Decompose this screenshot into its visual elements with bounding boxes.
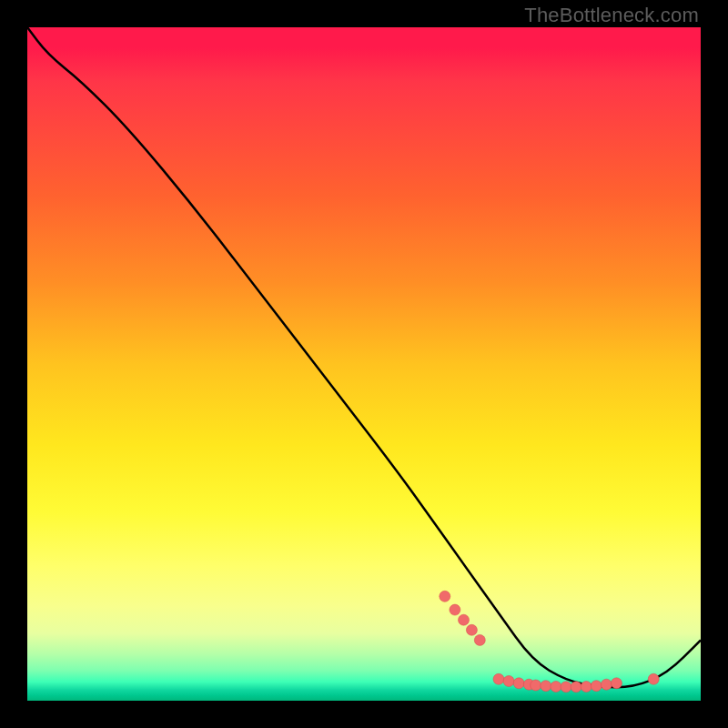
data-dot bbox=[459, 614, 470, 625]
data-dot bbox=[581, 682, 592, 693]
chart-container: TheBottleneck.com bbox=[0, 0, 728, 728]
data-dot bbox=[591, 681, 602, 692]
data-dot bbox=[493, 673, 504, 684]
data-dot bbox=[440, 591, 450, 602]
data-dot bbox=[541, 681, 551, 692]
curve-line bbox=[27, 27, 701, 687]
data-dot bbox=[450, 604, 460, 615]
data-dot bbox=[466, 624, 477, 635]
data-dot bbox=[474, 634, 485, 645]
data-dot bbox=[601, 679, 612, 690]
data-dot bbox=[612, 678, 622, 689]
chart-overlay bbox=[27, 27, 701, 701]
data-dot bbox=[503, 676, 514, 687]
data-dot bbox=[531, 680, 541, 691]
watermark: TheBottleneck.com bbox=[524, 4, 699, 27]
plot-area bbox=[27, 27, 701, 701]
data-dot bbox=[561, 682, 571, 693]
data-dot bbox=[513, 678, 524, 689]
data-dot bbox=[648, 673, 659, 684]
data-dot bbox=[571, 682, 581, 693]
data-dot bbox=[551, 682, 561, 693]
